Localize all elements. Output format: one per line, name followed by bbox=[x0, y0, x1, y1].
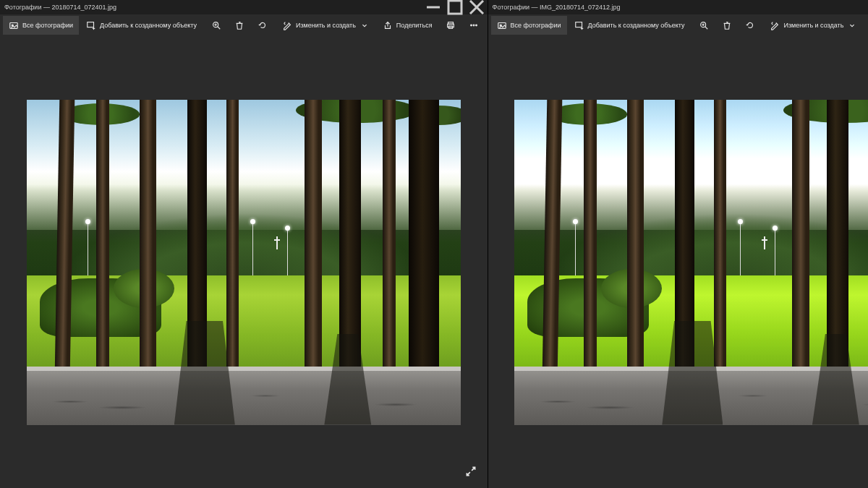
chevron-down-icon bbox=[847, 20, 857, 30]
share-button[interactable]: Поделиться bbox=[864, 16, 868, 35]
all-photos-button[interactable]: Все фотографии bbox=[3, 16, 79, 35]
rotate-button[interactable] bbox=[739, 16, 761, 35]
chevron-down-icon bbox=[359, 20, 370, 30]
toolbar: Все фотографии Добавить к созданному объ… bbox=[0, 14, 488, 36]
svg-point-18 bbox=[475, 25, 477, 26]
rotate-button[interactable] bbox=[252, 16, 273, 35]
zoom-button[interactable] bbox=[693, 16, 715, 35]
rotate-icon bbox=[745, 20, 755, 30]
edit-create-label: Изменить и создать bbox=[296, 22, 356, 29]
all-photos-label: Все фотографии bbox=[22, 22, 73, 29]
delete-button[interactable] bbox=[229, 16, 250, 35]
add-to-creation-label: Добавить к созданному объекту bbox=[100, 22, 197, 29]
delete-button[interactable] bbox=[716, 16, 738, 35]
share-icon bbox=[383, 20, 393, 30]
svg-point-16 bbox=[470, 25, 472, 26]
titlebar[interactable]: Фотографии — 20180714_072401.jpg bbox=[0, 0, 488, 14]
titlebar[interactable]: Фотографии — IMG_20180714_072412.jpg bbox=[488, 0, 868, 14]
share-button[interactable]: Поделиться bbox=[377, 16, 438, 35]
edit-create-button[interactable]: Изменить и создать bbox=[764, 16, 863, 35]
photo-canvas[interactable] bbox=[0, 36, 488, 488]
svg-line-29 bbox=[705, 27, 708, 30]
print-button[interactable] bbox=[440, 16, 461, 35]
window-title: Фотографии — IMG_20180714_072412.jpg bbox=[493, 4, 868, 11]
edit-icon bbox=[282, 20, 292, 30]
edit-create-button[interactable]: Изменить и создать bbox=[276, 16, 375, 35]
svg-rect-1 bbox=[448, 1, 461, 14]
edit-icon bbox=[770, 20, 780, 30]
collection-icon bbox=[497, 20, 507, 30]
rotate-icon bbox=[258, 20, 268, 30]
zoom-button[interactable] bbox=[205, 16, 227, 35]
add-to-icon bbox=[574, 20, 584, 30]
edit-create-label: Изменить и создать bbox=[783, 22, 843, 29]
more-icon bbox=[469, 20, 479, 30]
zoom-icon bbox=[211, 20, 221, 30]
add-to-creation-button[interactable]: Добавить к созданному объекту bbox=[80, 16, 203, 35]
add-to-creation-button[interactable]: Добавить к созданному объекту bbox=[569, 16, 691, 35]
add-to-creation-label: Добавить к созданному объекту bbox=[588, 22, 685, 29]
trash-icon bbox=[722, 20, 732, 30]
photo-content bbox=[27, 100, 461, 425]
collection-icon bbox=[9, 20, 19, 30]
close-button[interactable] bbox=[466, 0, 488, 14]
all-photos-label: Все фотографии bbox=[511, 22, 561, 29]
more-button[interactable] bbox=[463, 16, 485, 35]
photo-canvas[interactable] bbox=[488, 36, 868, 488]
print-icon bbox=[446, 20, 456, 30]
share-label: Поделиться bbox=[396, 22, 433, 29]
photos-app-window-left: Фотографии — 20180714_072401.jpg Все фот… bbox=[0, 0, 488, 488]
trash-icon bbox=[234, 20, 244, 30]
svg-point-17 bbox=[473, 25, 475, 26]
add-to-icon bbox=[86, 20, 96, 30]
svg-rect-25 bbox=[575, 22, 582, 27]
window-title: Фотографии — 20180714_072401.jpg bbox=[4, 4, 483, 11]
toolbar: Все фотографии Добавить к созданному объ… bbox=[488, 14, 868, 36]
svg-line-10 bbox=[218, 27, 221, 30]
photos-app-window-right: Фотографии — IMG_20180714_072412.jpg Все… bbox=[488, 0, 868, 488]
photo-content bbox=[514, 100, 868, 425]
minimize-button[interactable] bbox=[422, 0, 444, 14]
maximize-button[interactable] bbox=[444, 0, 466, 14]
window-controls bbox=[422, 0, 488, 14]
all-photos-button[interactable]: Все фотографии bbox=[491, 16, 567, 35]
zoom-icon bbox=[699, 20, 709, 30]
svg-rect-6 bbox=[88, 22, 94, 27]
fullscreen-button[interactable] bbox=[464, 465, 477, 478]
